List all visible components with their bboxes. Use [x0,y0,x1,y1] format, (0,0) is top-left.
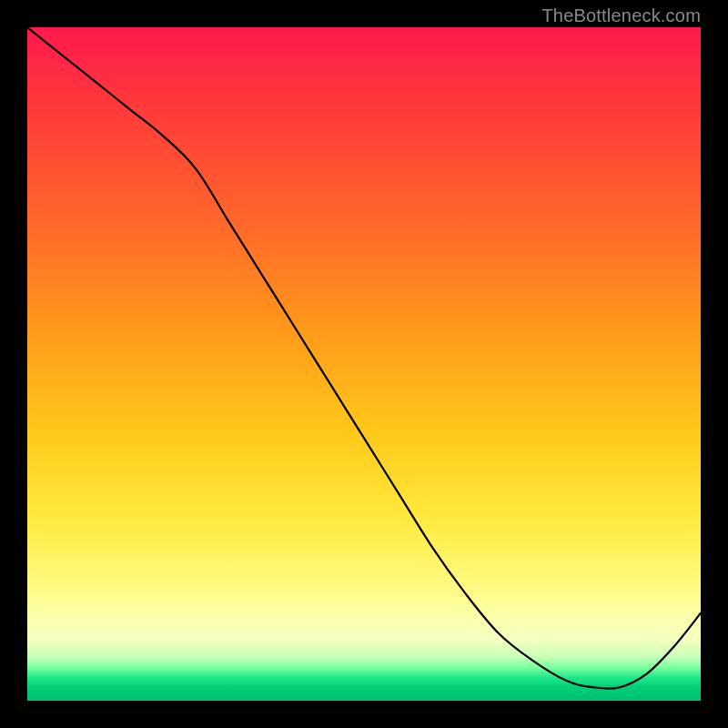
attribution-text: TheBottleneck.com [541,5,701,26]
plot-area [27,27,701,701]
chart-frame: TheBottleneck.com [0,0,728,728]
bottleneck-curve [27,27,701,701]
